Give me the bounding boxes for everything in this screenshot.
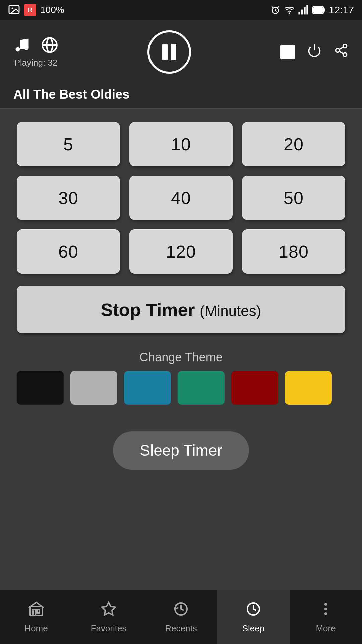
- left-controls: Playing: 32: [13, 36, 58, 68]
- theme-label: Change Theme: [17, 350, 345, 364]
- globe-icon: [41, 36, 58, 54]
- theme-color-gray[interactable]: [70, 371, 117, 405]
- stop-timer-button[interactable]: Stop Timer (Minutes): [17, 286, 345, 333]
- theme-section: Change Theme: [17, 350, 345, 405]
- pause-button[interactable]: [147, 30, 191, 74]
- svg-point-28: [324, 603, 327, 606]
- timer-button-40[interactable]: 40: [129, 176, 233, 220]
- power-button[interactable]: [307, 43, 322, 61]
- timer-button-120[interactable]: 120: [129, 229, 233, 274]
- timer-button-20[interactable]: 20: [242, 122, 345, 166]
- nav-home[interactable]: Home: [0, 590, 72, 644]
- timer-button-5[interactable]: 5: [17, 122, 120, 166]
- svg-rect-5: [301, 10, 303, 15]
- nav-recents[interactable]: Recents: [145, 590, 217, 644]
- svg-point-1: [12, 8, 13, 9]
- svg-rect-0: [9, 6, 19, 14]
- favorites-icon: [101, 601, 117, 620]
- theme-color-yellow[interactable]: [285, 371, 332, 405]
- nav-favorites-label: Favorites: [91, 623, 127, 634]
- nav-recents-label: Recents: [165, 623, 197, 634]
- svg-rect-10: [324, 8, 325, 12]
- photo-icon: [8, 4, 20, 16]
- svg-point-30: [324, 612, 327, 615]
- timer-button-60[interactable]: 60: [17, 229, 120, 274]
- pause-icon: [162, 44, 176, 60]
- timer-button-30[interactable]: 30: [17, 176, 120, 220]
- home-icon: [28, 601, 44, 620]
- more-icon: [318, 601, 334, 620]
- wifi-icon: [284, 5, 295, 15]
- main-content: 5 10 20 30 40 50 60 120 180 Stop Timer (…: [0, 109, 362, 483]
- battery-percent: 100%: [40, 5, 64, 15]
- share-button[interactable]: [334, 43, 349, 61]
- station-name: All The Best Oldies: [0, 80, 362, 109]
- nav-more-label: More: [316, 623, 336, 634]
- svg-rect-6: [304, 7, 305, 14]
- svg-line-20: [339, 51, 344, 54]
- theme-colors: [17, 371, 345, 405]
- nav-home-label: Home: [24, 623, 48, 634]
- battery-icon: [312, 5, 325, 15]
- svg-rect-7: [306, 5, 308, 14]
- timer-button-180[interactable]: 180: [242, 229, 345, 274]
- svg-point-19: [343, 53, 347, 56]
- radio-icon: R: [24, 4, 36, 16]
- theme-color-black[interactable]: [17, 371, 64, 405]
- top-controls: Playing: 32: [0, 20, 362, 80]
- time-display: 12:17: [329, 4, 354, 16]
- status-bar: R 100% 12:17: [0, 0, 362, 20]
- right-controls: [280, 43, 349, 61]
- playing-text: Playing: 32: [14, 58, 58, 68]
- nav-sleep[interactable]: Sleep: [217, 590, 290, 644]
- svg-point-18: [336, 49, 340, 52]
- svg-point-12: [24, 46, 29, 50]
- svg-point-3: [289, 12, 290, 14]
- svg-marker-25: [102, 602, 115, 615]
- nav-favorites[interactable]: Favorites: [72, 590, 145, 644]
- svg-rect-24: [37, 610, 40, 613]
- theme-color-teal-blue[interactable]: [124, 371, 171, 405]
- svg-rect-23: [33, 610, 36, 616]
- svg-point-17: [343, 44, 347, 48]
- stop-timer-sub-text: (Minutes): [200, 303, 261, 319]
- svg-rect-4: [298, 12, 300, 14]
- sleep-timer-button[interactable]: Sleep Timer: [113, 431, 249, 470]
- music-note-icon: [13, 36, 31, 54]
- timer-button-10[interactable]: 10: [129, 122, 233, 166]
- svg-line-21: [339, 47, 344, 49]
- svg-point-11: [16, 47, 20, 51]
- stop-timer-main-text: Stop Timer: [101, 300, 195, 320]
- svg-point-29: [324, 608, 327, 610]
- recents-icon: [173, 601, 189, 620]
- bottom-nav: Home Favorites Recents Sleep: [0, 590, 362, 644]
- alarm-icon: [270, 5, 281, 15]
- sleep-timer-section: Sleep Timer: [17, 431, 345, 470]
- timer-button-50[interactable]: 50: [242, 176, 345, 220]
- nav-sleep-label: Sleep: [242, 623, 265, 634]
- stop-button[interactable]: [280, 45, 295, 59]
- timer-grid: 5 10 20 30 40 50 60 120 180: [17, 122, 345, 274]
- nav-more[interactable]: More: [290, 590, 362, 644]
- theme-color-teal-green[interactable]: [178, 371, 225, 405]
- status-left: R 100%: [8, 4, 64, 16]
- status-right: 12:17: [270, 4, 354, 16]
- sleep-icon: [245, 601, 261, 620]
- svg-rect-9: [313, 7, 323, 13]
- theme-color-dark-red[interactable]: [231, 371, 278, 405]
- signal-icon: [298, 5, 309, 15]
